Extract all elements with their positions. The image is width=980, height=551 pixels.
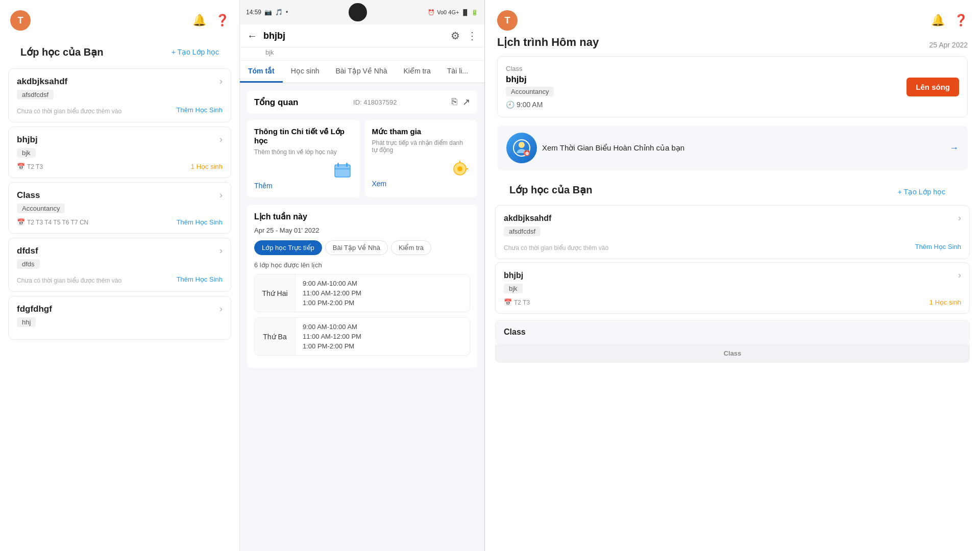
add-student-link[interactable]: Thêm Học Sinh xyxy=(177,218,223,226)
class-tag: afsdfcdsf xyxy=(17,90,54,99)
back-button[interactable]: ← xyxy=(247,30,257,42)
left-header: T 🔔 ❓ xyxy=(0,10,239,36)
info-card-2-illustration xyxy=(372,159,471,179)
right-create-link[interactable]: + Tạo Lớp học xyxy=(888,182,955,198)
add-student-link[interactable]: Thêm Học Sinh xyxy=(177,106,223,114)
phone-tab-bar: Tóm tắtHọc sinhBài Tập Về NhàKiểm traTài… xyxy=(240,61,484,83)
date-range: Apr 25 - May 01' 2022 xyxy=(254,227,470,234)
today-section: Lịch trình Hôm nay 25 Apr 2022 Class bhj… xyxy=(485,36,980,202)
create-class-link[interactable]: + Tạo Lớp học xyxy=(161,42,229,58)
overview-header: Tổng quan ID: 418037592 ⎘ ↗ xyxy=(247,90,477,114)
camera-icon: 📷 xyxy=(264,9,272,16)
class-tag: hhj xyxy=(17,317,36,327)
time-slots: 9:00 AM-10:00 AM11:00 AM-12:00 PM1:00 PM… xyxy=(296,318,369,355)
schedule-text: 📅 T2 T3 xyxy=(504,298,530,306)
phone-class-title: bhjbj xyxy=(263,31,445,41)
live-button[interactable]: Lên sóng xyxy=(906,78,959,96)
tab-kiểm-tra[interactable]: Kiểm tra xyxy=(395,61,438,83)
info-card-1-desc: Thêm thông tin về lớp học này xyxy=(254,148,353,156)
tab-bài-tập-về-nhà[interactable]: Bài Tập Về Nhà xyxy=(327,61,395,83)
add-student-link[interactable]: Thêm Học Sinh xyxy=(915,243,961,251)
today-title: Lịch trình Hôm nay xyxy=(497,36,599,49)
chevron-icon: › xyxy=(958,213,961,223)
no-schedule-text: Chưa có thời gian biểu được thêm vào xyxy=(17,277,121,284)
settings-icon[interactable]: ⚙ xyxy=(451,30,460,42)
signal-dot: • xyxy=(286,9,288,16)
schedule-day-row: Thứ Hai 9:00 AM-10:00 AM11:00 AM-12:00 P… xyxy=(254,274,470,312)
class-card-name: akdbjksahdf xyxy=(17,77,67,87)
time-slot: 11:00 AM-12:00 PM xyxy=(303,333,361,340)
svg-rect-0 xyxy=(335,165,350,177)
schedule-tab-kiểm-tra[interactable]: Kiểm tra xyxy=(391,240,431,255)
class-card-class-1[interactable]: akdbjksahdf › afsdfcdsf Chưa có thời gia… xyxy=(8,68,231,122)
help-icon[interactable]: ❓ xyxy=(215,14,229,27)
schedule-time: 🕘 9:00 AM xyxy=(506,101,900,109)
info-card-1-title: Thông tin Chi tiết về Lớp học xyxy=(254,127,353,145)
svg-point-5 xyxy=(457,166,462,171)
no-schedule-text: Chưa có thời gian biểu được thêm vào xyxy=(17,108,121,115)
view-schedule-link[interactable]: ⏰ Xem Thời Gian Biểu Hoàn Chỉnh của bạn … xyxy=(497,126,968,170)
class-card-header: dfdsf › xyxy=(17,245,223,256)
add-student-link[interactable]: Thêm Học Sinh xyxy=(177,276,223,283)
schedule-tab-bài-tập-về-nhà[interactable]: Bài Tập Về Nhà xyxy=(325,240,388,255)
weekly-title: Lịch tuần này xyxy=(254,212,470,221)
schedule-illustration: ⏰ xyxy=(506,133,537,163)
class-card-name: dfdsf xyxy=(17,246,38,256)
copy-icon[interactable]: ⎘ xyxy=(452,96,457,108)
battery-icon: 🔋 xyxy=(471,9,478,16)
time-slot: 11:00 AM-12:00 PM xyxy=(303,289,361,297)
media-icon: 🎵 xyxy=(275,9,283,16)
bottom-class-name: Class xyxy=(504,328,961,337)
phone-status-bar: 14:59 📷 🎵 • ⏰ Vo0 4G+ ▐▌ 🔋 xyxy=(240,0,484,24)
right-class-card-header: akdbjksahdf › xyxy=(504,213,961,223)
phone-content: Tổng quan ID: 418037592 ⎘ ↗ Thông tin Ch… xyxy=(240,83,484,551)
class-card-header: Class › xyxy=(17,190,223,201)
class-tag: bjk xyxy=(504,284,523,293)
phone-header: ← bhjbj ⚙ ⋮ xyxy=(240,24,484,47)
right-class-name: akdbjksahdf xyxy=(504,214,551,223)
student-count: 1 Học sinh xyxy=(191,163,223,170)
right-header-icons: 🔔 ❓ xyxy=(931,14,968,27)
class-card-class-3[interactable]: Class › Accountancy 📅 T2 T3 T4 T5 T6 T7 … xyxy=(8,182,231,234)
time-slot: 9:00 AM-10:00 AM xyxy=(303,280,361,287)
header-icons: 🔔 ❓ xyxy=(192,14,229,27)
right-class-list: akdbjksahdf › afsdfcdsf Chưa có thời gia… xyxy=(485,202,980,317)
right-class-card-rc-2[interactable]: bhjbj › bjk 📅 T2 T3 1 Học sinh xyxy=(495,262,970,314)
right-avatar[interactable]: T xyxy=(497,10,518,31)
more-icon[interactable]: ⋮ xyxy=(467,30,477,42)
student-count: 1 Học sinh xyxy=(929,298,961,306)
notification-icon[interactable]: 🔔 xyxy=(192,14,206,27)
alarm-icon: ⏰ xyxy=(428,9,435,16)
bottom-class-bar-label: Class xyxy=(724,349,742,357)
chevron-icon: › xyxy=(219,245,223,256)
calendar-icon: 📅 xyxy=(504,298,512,306)
signal-text: Vo0 4G+ xyxy=(437,9,459,15)
middle-panel: 14:59 📷 🎵 • ⏰ Vo0 4G+ ▐▌ 🔋 ← bhjbj ⚙ ⋮ b… xyxy=(240,0,485,551)
tab-tài-li...[interactable]: Tài li... xyxy=(439,61,476,83)
info-card-2-link[interactable]: Xem xyxy=(372,180,387,188)
right-class-card-rc-1[interactable]: akdbjksahdf › afsdfcdsf Chưa có thời gia… xyxy=(495,205,970,259)
share-icon[interactable]: ↗ xyxy=(462,96,470,108)
info-card-1-link[interactable]: Thêm xyxy=(254,182,273,190)
right-class-card-header: bhjbj › xyxy=(504,270,961,281)
tab-học-sinh[interactable]: Học sinh xyxy=(283,61,328,83)
class-card-class-5[interactable]: fdgfdhgf › hhj xyxy=(8,296,231,340)
bottom-class-hint: Class xyxy=(495,320,970,344)
overview-actions: ⎘ ↗ xyxy=(452,96,470,108)
avatar[interactable]: T xyxy=(10,10,31,31)
class-tag: afsdfcdsf xyxy=(504,227,541,236)
chevron-icon: › xyxy=(219,304,223,314)
time-slot: 9:00 AM-10:00 AM xyxy=(303,323,361,331)
schedule-text: 📅 T2 T3 xyxy=(17,163,43,170)
phone-action-icons: ⚙ ⋮ xyxy=(451,30,477,42)
class-card-class-4[interactable]: dfdsf › dfds Chưa có thời gian biểu được… xyxy=(8,238,231,292)
schedule-class-name: bhjbj xyxy=(506,74,900,85)
class-card-class-2[interactable]: bhjbj › bjk 📅 T2 T3 1 Học sinh xyxy=(8,127,231,178)
right-help-icon[interactable]: ❓ xyxy=(954,14,968,27)
right-notification-icon[interactable]: 🔔 xyxy=(931,14,945,27)
schedule-tab-lớp-học-trực-tiếp[interactable]: Lớp học Trực tiếp xyxy=(254,240,322,255)
class-tag: Accountancy xyxy=(17,204,65,213)
class-tag: dfds xyxy=(17,259,40,269)
tab-tóm-tắt[interactable]: Tóm tắt xyxy=(240,61,283,83)
info-cards: Thông tin Chi tiết về Lớp học Thêm thông… xyxy=(247,120,477,197)
